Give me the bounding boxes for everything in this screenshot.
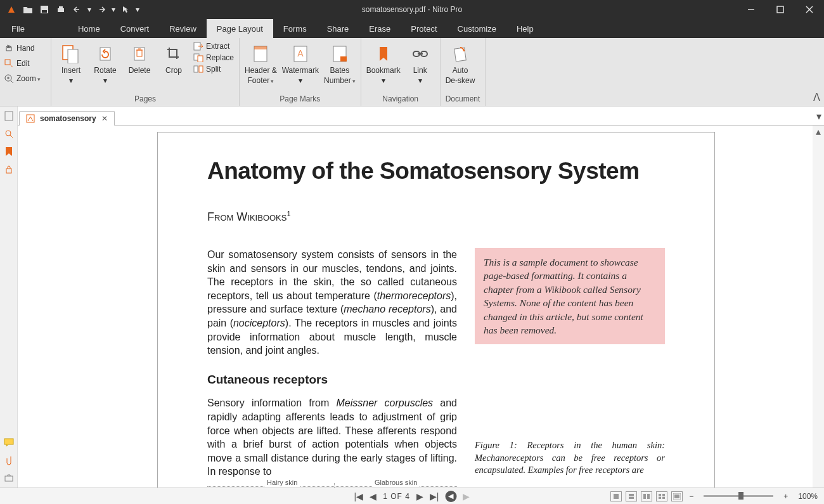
- next-page-button[interactable]: ▶: [416, 491, 423, 501]
- svg-rect-32: [4, 439, 13, 444]
- bookmark-button[interactable]: Bookmark▾: [366, 41, 401, 85]
- redo-icon[interactable]: [94, 2, 109, 17]
- svg-rect-42: [662, 497, 665, 499]
- view-single-page-icon[interactable]: [610, 491, 622, 501]
- view-facing-continuous-icon[interactable]: [656, 491, 667, 501]
- close-tab-icon[interactable]: ✕: [101, 114, 108, 123]
- svg-rect-28: [27, 115, 34, 122]
- attachments-panel-icon[interactable]: [3, 455, 15, 466]
- view-fullscreen-icon[interactable]: [671, 491, 683, 501]
- maximize-button[interactable]: [766, 0, 795, 19]
- side-column: This is a sample document to showcase pa…: [475, 248, 665, 488]
- tab-page-layout[interactable]: Page Layout: [207, 19, 273, 38]
- svg-rect-27: [454, 48, 467, 61]
- tab-convert[interactable]: Convert: [110, 19, 160, 38]
- svg-rect-9: [68, 49, 78, 63]
- app-logo-icon[interactable]: [4, 2, 19, 17]
- comments-panel-icon[interactable]: [3, 437, 15, 448]
- link-button[interactable]: Link▾: [406, 41, 435, 85]
- group-label-navigation: Navigation: [366, 93, 435, 105]
- split-button[interactable]: Split: [193, 65, 234, 74]
- open-folder-icon[interactable]: [20, 2, 35, 17]
- redo-dropdown-icon[interactable]: ▾: [110, 2, 117, 17]
- svg-rect-41: [659, 497, 661, 499]
- undo-dropdown-icon[interactable]: ▾: [86, 2, 93, 17]
- svg-rect-35: [629, 494, 634, 496]
- delete-button[interactable]: Delete: [125, 41, 154, 75]
- expand-panels-icon[interactable]: ▾: [816, 110, 821, 122]
- edit-tool[interactable]: Edit: [3, 57, 48, 70]
- cursor-tool-icon[interactable]: [118, 2, 133, 17]
- print-icon[interactable]: [53, 2, 68, 17]
- section-heading: Cutaneous receptors: [207, 372, 457, 388]
- crop-button[interactable]: Crop: [159, 41, 188, 75]
- tab-home[interactable]: Home: [68, 19, 110, 38]
- hand-tool[interactable]: Hand: [3, 42, 48, 55]
- zoom-out-button[interactable]: −: [686, 492, 696, 501]
- extract-button[interactable]: Extract: [193, 42, 234, 51]
- bates-icon: [329, 43, 351, 65]
- svg-rect-36: [629, 497, 634, 499]
- undo-icon[interactable]: [70, 2, 85, 17]
- search-panel-icon[interactable]: [3, 128, 15, 139]
- tab-protect[interactable]: Protect: [401, 19, 447, 38]
- menu-bar: File Home Convert Review Page Layout For…: [0, 19, 824, 38]
- security-panel-icon[interactable]: [3, 164, 15, 175]
- view-continuous-icon[interactable]: [626, 491, 637, 501]
- bookmarks-panel-icon[interactable]: [3, 146, 15, 157]
- callout-box: This is a sample document to showcase pa…: [475, 248, 665, 344]
- header-footer-button[interactable]: Header &Footer: [245, 41, 277, 85]
- view-facing-icon[interactable]: [641, 491, 652, 501]
- tab-review[interactable]: Review: [159, 19, 207, 38]
- file-menu[interactable]: File: [0, 19, 36, 38]
- first-page-button[interactable]: |◀: [354, 491, 364, 501]
- pages-panel-icon[interactable]: [3, 110, 15, 122]
- tab-help[interactable]: Help: [506, 19, 544, 38]
- insert-page-icon: [60, 43, 82, 65]
- watermark-icon: A: [290, 43, 311, 65]
- delete-page-icon: [129, 43, 150, 65]
- tab-share[interactable]: Share: [317, 19, 359, 38]
- scroll-up-icon[interactable]: ▴: [813, 126, 824, 137]
- zoom-tool[interactable]: Zoom: [3, 72, 48, 85]
- status-bar: |◀ ◀ 1 OF 4 ▶ ▶| ◀ ▶ − + 100%: [0, 488, 824, 504]
- svg-rect-33: [5, 476, 13, 481]
- svg-rect-15: [198, 56, 203, 62]
- close-button[interactable]: [795, 0, 824, 19]
- document-tab[interactable]: somatosensory ✕: [19, 111, 115, 126]
- svg-rect-31: [6, 169, 11, 173]
- svg-rect-16: [194, 66, 198, 72]
- tab-forms[interactable]: Forms: [273, 19, 317, 38]
- nav-back-button[interactable]: ◀: [445, 491, 456, 502]
- tab-customize[interactable]: Customize: [447, 19, 506, 38]
- zoom-in-button[interactable]: +: [781, 492, 790, 501]
- svg-rect-1: [42, 10, 47, 13]
- vertical-scrollbar[interactable]: ▴: [813, 126, 824, 488]
- group-label-document: Document: [446, 93, 480, 105]
- zoom-slider[interactable]: [704, 495, 773, 497]
- svg-rect-44: [674, 494, 679, 498]
- nav-forward-button[interactable]: ▶: [463, 491, 470, 501]
- tab-erase[interactable]: Erase: [359, 19, 401, 38]
- paragraph-1: Our somatosensory system consists of sen…: [207, 248, 457, 358]
- rotate-button[interactable]: Rotate▾: [91, 41, 120, 85]
- svg-rect-38: [647, 494, 650, 499]
- replace-button[interactable]: Replace: [193, 53, 234, 62]
- link-icon: [409, 43, 431, 65]
- bookmark-icon: [373, 43, 394, 65]
- minimize-button[interactable]: [737, 0, 766, 19]
- bates-number-button[interactable]: BatesNumber: [324, 41, 356, 85]
- svg-rect-6: [5, 60, 10, 65]
- save-icon[interactable]: [37, 2, 52, 17]
- figure-caption: Figure 1: Receptors in the hu­man skin: …: [475, 439, 665, 477]
- output-panel-icon[interactable]: [3, 472, 15, 484]
- document-viewer[interactable]: ▾ ▴ Anatomy of the Somatosensory System …: [18, 107, 824, 488]
- qat-customize-icon[interactable]: ▾: [134, 2, 141, 17]
- last-page-button[interactable]: ▶|: [430, 491, 439, 501]
- auto-deskew-button[interactable]: AutoDe-skew: [446, 41, 475, 85]
- watermark-button[interactable]: A Watermark▾: [282, 41, 319, 85]
- collapse-ribbon-icon[interactable]: ᐱ: [813, 91, 820, 103]
- group-label-page-marks: Page Marks: [245, 93, 356, 105]
- prev-page-button[interactable]: ◀: [370, 491, 377, 501]
- insert-button[interactable]: Insert▾: [56, 41, 86, 85]
